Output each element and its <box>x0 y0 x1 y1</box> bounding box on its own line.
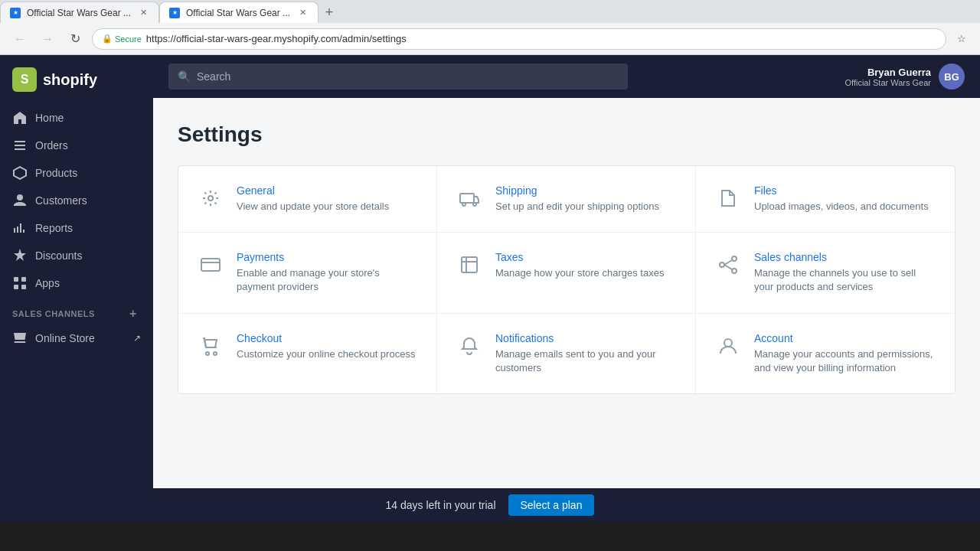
tab-favicon-1: ★ <box>10 8 21 18</box>
sidebar-item-discounts[interactable]: Discounts <box>0 242 153 269</box>
settings-item-general[interactable]: General View and update your store detai… <box>178 166 437 233</box>
search-input[interactable] <box>197 70 619 83</box>
sidebar-logo-text: shopify <box>43 71 97 89</box>
checkout-icon <box>197 332 224 360</box>
settings-item-files[interactable]: Files Upload images, videos, and documen… <box>696 166 955 233</box>
taxes-icon <box>456 251 483 279</box>
add-sales-channel-button[interactable]: + <box>126 306 141 321</box>
svg-rect-3 <box>21 285 26 289</box>
notifications-desc: Manage emails sent to you and your custo… <box>495 347 677 375</box>
svg-point-6 <box>462 203 466 206</box>
sidebar-item-online-store-label: Online Store <box>35 332 95 344</box>
svg-point-7 <box>473 203 476 206</box>
sidebar-item-customers[interactable]: Customers <box>0 187 153 214</box>
settings-item-sales-channels[interactable]: Sales channels Manage the channels you u… <box>696 233 955 313</box>
sales-channels-header: SALES CHANNELS + <box>0 297 153 324</box>
account-title[interactable]: Account <box>754 332 936 344</box>
account-desc: Manage your accounts and permissions, an… <box>754 347 936 375</box>
browser-tab-2[interactable]: ★ Official Star Wars Gear ... ✕ <box>159 2 318 23</box>
page-title: Settings <box>178 122 956 147</box>
sidebar-item-home[interactable]: Home <box>0 104 153 132</box>
user-info: Bryan Guerra Official Star Wars Gear <box>845 67 931 87</box>
checkout-content: Checkout Customize your online checkout … <box>237 332 418 361</box>
files-desc: Upload images, videos, and documents <box>754 200 936 214</box>
svg-point-12 <box>732 269 737 273</box>
payments-title[interactable]: Payments <box>237 251 418 263</box>
payments-icon <box>197 251 224 279</box>
sidebar-item-reports[interactable]: Reports <box>0 214 153 242</box>
address-bar[interactable]: 🔒 Secure https://official-star-wars-gear… <box>92 28 946 50</box>
sales-channels-desc: Manage the channels you use to sell your… <box>754 266 936 294</box>
settings-grid: General View and update your store detai… <box>178 166 955 393</box>
sales-channels-label: SALES CHANNELS <box>12 309 95 318</box>
sales-channels-content: Sales channels Manage the channels you u… <box>754 251 936 294</box>
new-tab-button[interactable]: + <box>318 2 340 23</box>
bookmark-button[interactable]: ☆ <box>952 30 971 48</box>
settings-item-account[interactable]: Account Manage your accounts and permiss… <box>696 314 955 393</box>
svg-rect-0 <box>14 277 18 282</box>
settings-item-payments[interactable]: Payments Enable and manage your store's … <box>178 233 437 313</box>
settings-card: General View and update your store detai… <box>178 165 956 394</box>
search-icon: 🔍 <box>178 70 191 83</box>
checkout-desc: Customize your online checkout process <box>237 347 418 361</box>
settings-item-taxes[interactable]: Taxes Manage how your store charges taxe… <box>437 233 696 313</box>
svg-point-13 <box>206 352 209 355</box>
shipping-desc: Set up and edit your shipping options <box>495 200 677 214</box>
sidebar-item-apps[interactable]: Apps <box>0 269 153 297</box>
files-icon <box>714 184 742 212</box>
settings-item-shipping[interactable]: Shipping Set up and edit your shipping o… <box>437 166 696 233</box>
back-button[interactable]: ← <box>9 28 31 50</box>
discounts-icon <box>12 248 28 263</box>
search-bar[interactable]: 🔍 <box>168 64 628 90</box>
general-desc: View and update your store details <box>237 200 418 214</box>
account-content: Account Manage your accounts and permiss… <box>754 332 936 375</box>
sidebar-item-products[interactable]: Products <box>0 159 153 187</box>
settings-item-notifications[interactable]: Notifications Manage emails sent to you … <box>437 314 696 393</box>
sidebar-item-apps-label: Apps <box>35 277 60 289</box>
sidebar: S shopify Home Orders Products <box>0 55 153 551</box>
sidebar-item-discounts-label: Discounts <box>35 249 82 262</box>
sidebar-item-orders[interactable]: Orders <box>0 132 153 159</box>
svg-rect-9 <box>462 257 477 272</box>
external-link-icon: ↗ <box>133 333 141 344</box>
files-title[interactable]: Files <box>754 184 936 197</box>
browser-tab-1[interactable]: ★ Official Star Wars Gear ... ✕ <box>0 2 159 23</box>
user-name: Bryan Guerra <box>845 67 931 78</box>
account-icon <box>714 332 742 360</box>
sidebar-item-products-label: Products <box>35 167 77 179</box>
apps-icon <box>12 276 28 291</box>
taxes-desc: Manage how your store charges taxes <box>495 266 677 280</box>
shipping-content: Shipping Set up and edit your shipping o… <box>495 184 677 214</box>
select-plan-button[interactable]: Select a plan <box>508 494 595 516</box>
general-icon <box>197 184 224 212</box>
tab-close-2[interactable]: ✕ <box>296 7 309 19</box>
orders-icon <box>12 138 28 153</box>
customers-icon <box>12 193 28 208</box>
tab-label-1: Official Star Wars Gear ... <box>27 8 131 18</box>
svg-point-11 <box>732 256 737 261</box>
taxes-title[interactable]: Taxes <box>495 251 677 263</box>
reports-icon <box>12 220 28 236</box>
svg-point-15 <box>724 339 732 347</box>
sidebar-item-online-store[interactable]: Online Store ↗ <box>0 324 153 352</box>
shipping-title[interactable]: Shipping <box>495 184 677 197</box>
notifications-title[interactable]: Notifications <box>495 332 677 344</box>
tab-favicon-2: ★ <box>169 8 180 18</box>
general-title[interactable]: General <box>237 184 418 197</box>
tab-close-1[interactable]: ✕ <box>137 7 149 19</box>
svg-point-10 <box>720 262 724 267</box>
user-menu[interactable]: Bryan Guerra Official Star Wars Gear BG <box>845 64 965 90</box>
checkout-title[interactable]: Checkout <box>237 332 418 344</box>
tab-label-2: Official Star Wars Gear ... <box>186 8 290 18</box>
forward-button[interactable]: → <box>37 28 58 50</box>
svg-point-14 <box>214 352 217 355</box>
trial-bar: 14 days left in your trial Select a plan <box>0 488 980 522</box>
sales-channels-title[interactable]: Sales channels <box>754 251 936 263</box>
sidebar-item-customers-label: Customers <box>35 194 87 207</box>
reload-button[interactable]: ↻ <box>64 28 86 50</box>
svg-point-4 <box>208 196 213 201</box>
sidebar-logo[interactable]: S shopify <box>0 55 153 104</box>
sidebar-item-home-label: Home <box>35 112 64 124</box>
settings-item-checkout[interactable]: Checkout Customize your online checkout … <box>178 314 437 393</box>
notifications-icon <box>456 332 483 360</box>
